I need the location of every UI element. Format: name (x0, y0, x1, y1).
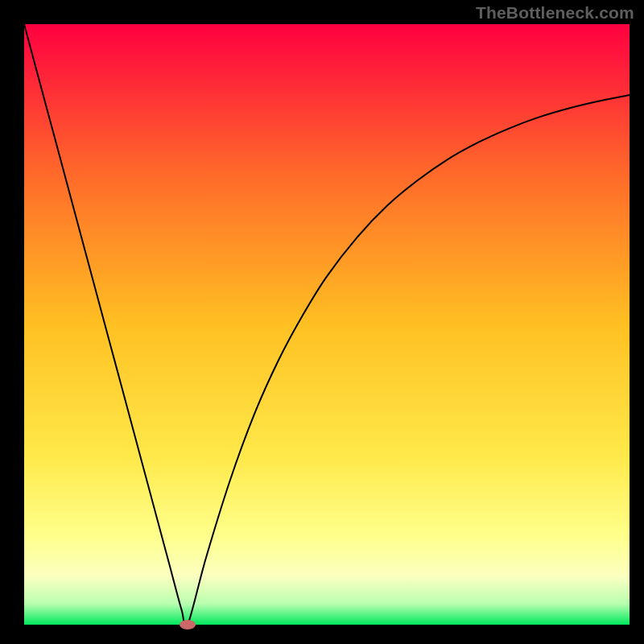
watermark-text: TheBottleneck.com (476, 3, 634, 23)
bottleneck-chart (0, 0, 644, 644)
chart-stage: TheBottleneck.com (0, 0, 644, 644)
plot-background (24, 24, 630, 625)
optimal-point-marker (180, 620, 196, 630)
